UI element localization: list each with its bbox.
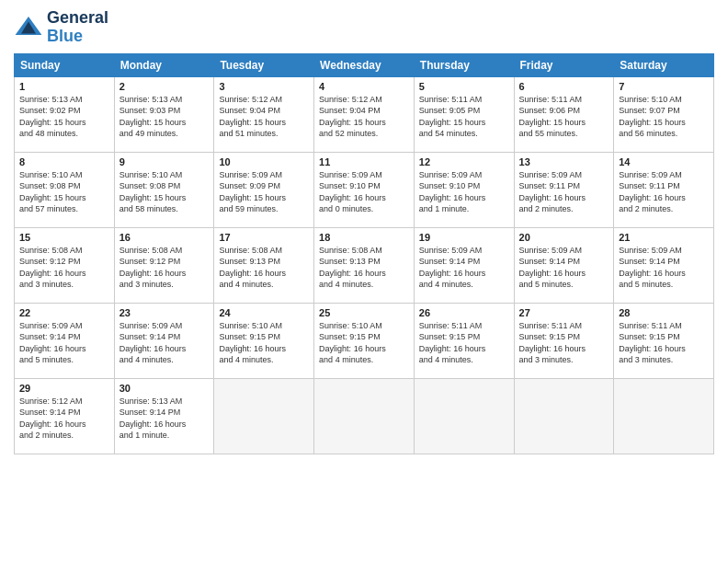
calendar-cell: 10Sunrise: 5:09 AM Sunset: 9:09 PM Dayli… — [214, 152, 314, 227]
day-info: Sunrise: 5:11 AM Sunset: 9:15 PM Dayligh… — [519, 320, 609, 366]
calendar-cell: 24Sunrise: 5:10 AM Sunset: 9:15 PM Dayli… — [214, 303, 314, 378]
calendar-cell: 9Sunrise: 5:10 AM Sunset: 9:08 PM Daylig… — [114, 152, 214, 227]
calendar-cell: 23Sunrise: 5:09 AM Sunset: 9:14 PM Dayli… — [114, 303, 214, 378]
calendar-cell: 29Sunrise: 5:12 AM Sunset: 9:14 PM Dayli… — [15, 378, 115, 454]
day-number: 28 — [619, 307, 709, 318]
day-number: 25 — [319, 307, 409, 318]
calendar-cell: 11Sunrise: 5:09 AM Sunset: 9:10 PM Dayli… — [314, 152, 415, 227]
calendar-cell: 28Sunrise: 5:11 AM Sunset: 9:15 PM Dayli… — [614, 303, 714, 378]
weekday-header-saturday: Saturday — [614, 53, 714, 76]
day-number: 9 — [119, 156, 210, 167]
day-info: Sunrise: 5:11 AM Sunset: 9:05 PM Dayligh… — [419, 94, 509, 140]
day-info: Sunrise: 5:12 AM Sunset: 9:14 PM Dayligh… — [19, 396, 109, 442]
day-number: 12 — [419, 156, 509, 167]
day-number: 5 — [419, 81, 509, 92]
day-info: Sunrise: 5:09 AM Sunset: 9:14 PM Dayligh… — [619, 245, 709, 291]
logo-icon — [14, 13, 43, 42]
day-number: 8 — [19, 156, 109, 167]
day-number: 10 — [219, 156, 309, 167]
calendar-cell: 18Sunrise: 5:08 AM Sunset: 9:13 PM Dayli… — [314, 227, 415, 303]
calendar-cell: 27Sunrise: 5:11 AM Sunset: 9:15 PM Dayli… — [514, 303, 614, 378]
day-number: 4 — [319, 81, 409, 92]
calendar-cell: 2Sunrise: 5:13 AM Sunset: 9:03 PM Daylig… — [114, 76, 214, 152]
day-number: 11 — [319, 156, 409, 167]
calendar-cell — [614, 378, 714, 454]
calendar-cell: 13Sunrise: 5:09 AM Sunset: 9:11 PM Dayli… — [514, 152, 614, 227]
day-info: Sunrise: 5:09 AM Sunset: 9:09 PM Dayligh… — [219, 169, 309, 215]
day-info: Sunrise: 5:10 AM Sunset: 9:08 PM Dayligh… — [19, 169, 109, 215]
day-info: Sunrise: 5:09 AM Sunset: 9:14 PM Dayligh… — [119, 320, 210, 366]
calendar-cell: 16Sunrise: 5:08 AM Sunset: 9:12 PM Dayli… — [114, 227, 214, 303]
calendar-cell: 15Sunrise: 5:08 AM Sunset: 9:12 PM Dayli… — [15, 227, 115, 303]
weekday-header-thursday: Thursday — [414, 53, 514, 76]
day-info: Sunrise: 5:08 AM Sunset: 9:13 PM Dayligh… — [319, 245, 409, 291]
weekday-header-wednesday: Wednesday — [314, 53, 415, 76]
day-info: Sunrise: 5:09 AM Sunset: 9:10 PM Dayligh… — [419, 169, 509, 215]
week-row-3: 15Sunrise: 5:08 AM Sunset: 9:12 PM Dayli… — [15, 227, 714, 303]
day-info: Sunrise: 5:10 AM Sunset: 9:08 PM Dayligh… — [119, 169, 210, 215]
day-info: Sunrise: 5:11 AM Sunset: 9:15 PM Dayligh… — [419, 320, 509, 366]
calendar-cell: 6Sunrise: 5:11 AM Sunset: 9:06 PM Daylig… — [514, 76, 614, 152]
calendar-cell: 21Sunrise: 5:09 AM Sunset: 9:14 PM Dayli… — [614, 227, 714, 303]
logo: General Blue — [14, 9, 108, 46]
day-info: Sunrise: 5:09 AM Sunset: 9:10 PM Dayligh… — [319, 169, 409, 215]
calendar-cell — [414, 378, 514, 454]
calendar-cell — [214, 378, 314, 454]
day-info: Sunrise: 5:09 AM Sunset: 9:14 PM Dayligh… — [419, 245, 509, 291]
day-number: 24 — [219, 307, 309, 318]
calendar-cell: 19Sunrise: 5:09 AM Sunset: 9:14 PM Dayli… — [414, 227, 514, 303]
day-info: Sunrise: 5:12 AM Sunset: 9:04 PM Dayligh… — [219, 94, 309, 140]
weekday-header-sunday: Sunday — [15, 53, 115, 76]
page-container: General Blue SundayMondayTuesdayWednesda… — [0, 0, 728, 464]
week-row-1: 1Sunrise: 5:13 AM Sunset: 9:02 PM Daylig… — [15, 76, 714, 152]
calendar-cell: 17Sunrise: 5:08 AM Sunset: 9:13 PM Dayli… — [214, 227, 314, 303]
day-info: Sunrise: 5:09 AM Sunset: 9:11 PM Dayligh… — [619, 169, 709, 215]
day-info: Sunrise: 5:11 AM Sunset: 9:15 PM Dayligh… — [619, 320, 709, 366]
day-info: Sunrise: 5:10 AM Sunset: 9:15 PM Dayligh… — [319, 320, 409, 366]
day-info: Sunrise: 5:08 AM Sunset: 9:13 PM Dayligh… — [219, 245, 309, 291]
day-info: Sunrise: 5:13 AM Sunset: 9:14 PM Dayligh… — [119, 396, 210, 442]
day-number: 30 — [119, 383, 210, 394]
calendar-cell: 3Sunrise: 5:12 AM Sunset: 9:04 PM Daylig… — [214, 76, 314, 152]
day-number: 16 — [119, 232, 210, 243]
weekday-header-monday: Monday — [114, 53, 214, 76]
weekday-header-tuesday: Tuesday — [214, 53, 314, 76]
weekday-header-friday: Friday — [514, 53, 614, 76]
calendar-cell — [514, 378, 614, 454]
calendar-cell: 5Sunrise: 5:11 AM Sunset: 9:05 PM Daylig… — [414, 76, 514, 152]
day-number: 1 — [19, 81, 109, 92]
day-info: Sunrise: 5:08 AM Sunset: 9:12 PM Dayligh… — [19, 245, 109, 291]
week-row-5: 29Sunrise: 5:12 AM Sunset: 9:14 PM Dayli… — [15, 378, 714, 454]
calendar-cell — [314, 378, 415, 454]
week-row-2: 8Sunrise: 5:10 AM Sunset: 9:08 PM Daylig… — [15, 152, 714, 227]
day-number: 18 — [319, 232, 409, 243]
calendar-cell: 30Sunrise: 5:13 AM Sunset: 9:14 PM Dayli… — [114, 378, 214, 454]
calendar-cell: 1Sunrise: 5:13 AM Sunset: 9:02 PM Daylig… — [15, 76, 115, 152]
day-number: 13 — [519, 156, 609, 167]
day-number: 19 — [419, 232, 509, 243]
day-number: 15 — [19, 232, 109, 243]
day-info: Sunrise: 5:10 AM Sunset: 9:07 PM Dayligh… — [619, 94, 709, 140]
calendar-cell: 8Sunrise: 5:10 AM Sunset: 9:08 PM Daylig… — [15, 152, 115, 227]
day-info: Sunrise: 5:09 AM Sunset: 9:11 PM Dayligh… — [519, 169, 609, 215]
calendar-cell: 14Sunrise: 5:09 AM Sunset: 9:11 PM Dayli… — [614, 152, 714, 227]
day-info: Sunrise: 5:09 AM Sunset: 9:14 PM Dayligh… — [19, 320, 109, 366]
day-number: 26 — [419, 307, 509, 318]
day-info: Sunrise: 5:13 AM Sunset: 9:03 PM Dayligh… — [119, 94, 210, 140]
calendar-cell: 20Sunrise: 5:09 AM Sunset: 9:14 PM Dayli… — [514, 227, 614, 303]
weekday-header-row: SundayMondayTuesdayWednesdayThursdayFrid… — [15, 53, 714, 76]
day-info: Sunrise: 5:12 AM Sunset: 9:04 PM Dayligh… — [319, 94, 409, 140]
day-number: 29 — [19, 383, 109, 394]
day-number: 3 — [219, 81, 309, 92]
week-row-4: 22Sunrise: 5:09 AM Sunset: 9:14 PM Dayli… — [15, 303, 714, 378]
day-info: Sunrise: 5:10 AM Sunset: 9:15 PM Dayligh… — [219, 320, 309, 366]
day-info: Sunrise: 5:09 AM Sunset: 9:14 PM Dayligh… — [519, 245, 609, 291]
day-number: 22 — [19, 307, 109, 318]
logo-text: General Blue — [47, 9, 108, 46]
day-number: 2 — [119, 81, 210, 92]
day-number: 7 — [619, 81, 709, 92]
day-info: Sunrise: 5:08 AM Sunset: 9:12 PM Dayligh… — [119, 245, 210, 291]
calendar-cell: 7Sunrise: 5:10 AM Sunset: 9:07 PM Daylig… — [614, 76, 714, 152]
day-number: 17 — [219, 232, 309, 243]
header: General Blue — [14, 9, 714, 46]
